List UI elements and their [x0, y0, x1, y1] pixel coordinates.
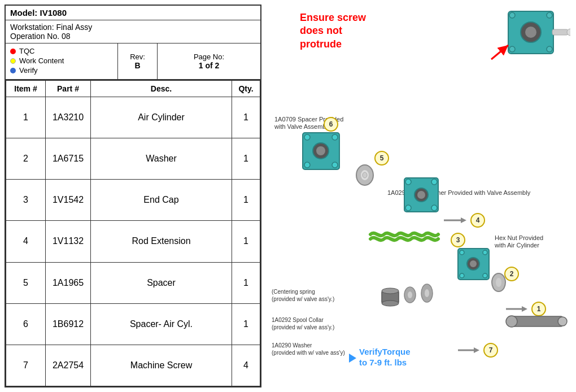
cell-qty: 4 [232, 345, 260, 386]
rev-label: Rev: [130, 53, 145, 61]
cell-part: 1A1965 [46, 262, 91, 303]
legend-tqc: TQC [10, 47, 113, 55]
cell-desc: Machine Screw [91, 345, 232, 386]
cell-part: 1A6715 [46, 138, 91, 180]
cell-qty: 1 [232, 138, 260, 180]
svg-text:with Valve Assembly: with Valve Assembly [274, 123, 331, 130]
svg-point-23 [304, 134, 310, 140]
cell-desc: Washer [91, 138, 232, 180]
svg-text:4: 4 [476, 216, 480, 224]
svg-text:2: 2 [510, 270, 514, 278]
legend-workcontent: Work Content [10, 56, 113, 65]
svg-text:to 7-9 ft. lbs: to 7-9 ft. lbs [359, 358, 407, 367]
header-section: Model: IV1080 Workstation: Final Assy Op… [6, 6, 260, 80]
cell-item: 3 [6, 180, 46, 221]
col-header-item: Item # [6, 81, 46, 97]
svg-point-76 [382, 300, 399, 306]
svg-text:with Air Cylinder: with Air Cylinder [494, 242, 539, 249]
cell-qty: 1 [232, 262, 260, 303]
model-label: Model: IV1080 [10, 8, 67, 18]
svg-point-6 [525, 27, 536, 38]
svg-point-75 [382, 288, 399, 294]
svg-point-66 [558, 317, 567, 326]
svg-point-4 [547, 46, 552, 52]
svg-text:Hex Nut Provided: Hex Nut Provided [495, 234, 543, 241]
svg-point-3 [509, 46, 515, 52]
page-section: Page No: 1 of 2 [158, 43, 260, 79]
svg-point-25 [304, 162, 310, 168]
table-row: 31V1542End Cap1 [6, 180, 260, 221]
svg-text:(Centering spring: (Centering spring [272, 289, 315, 295]
svg-text:1A0290 Washer: 1A0290 Washer [272, 342, 312, 349]
svg-point-51 [483, 273, 487, 278]
legend-section: TQC Work Content Verify [6, 43, 118, 79]
diagram-area: 1A0709 Spacer Provided with Valve Assemb… [269, 90, 573, 386]
svg-point-78 [408, 291, 412, 298]
right-panel: Ensure screwdoes notprotrude [266, 0, 576, 392]
cell-item: 1 [6, 97, 46, 138]
cell-desc: Spacer [91, 262, 232, 303]
table-row: 11A3210Air Cylinder1 [6, 97, 260, 138]
page-value: 1 of 2 [199, 61, 220, 70]
svg-text:(provided with w/ valve ass'y): (provided with w/ valve ass'y) [272, 350, 345, 356]
svg-point-28 [316, 146, 325, 155]
svg-rect-64 [512, 316, 562, 326]
svg-point-33 [363, 172, 367, 178]
svg-text:1A0292 Spool Collar: 1A0292 Spool Collar [272, 317, 324, 323]
svg-point-38 [431, 179, 437, 185]
legend-rev-row: TQC Work Content Verify Rev: B Page No: … [6, 43, 260, 80]
table-row: 41V1132Rod Extension1 [6, 221, 260, 262]
cell-part: 1V1132 [46, 221, 91, 262]
svg-point-26 [332, 162, 338, 168]
cell-item: 5 [6, 262, 46, 303]
table-row: 51A1965Spacer1 [6, 262, 260, 303]
cell-qty: 1 [232, 97, 260, 138]
table-row: 72A2754Machine Screw4 [6, 345, 260, 386]
left-panel: Model: IV1080 Workstation: Final Assy Op… [5, 5, 261, 387]
screw-note: Ensure screwdoes notprotrude [300, 11, 366, 51]
cell-part: 1A3210 [46, 97, 91, 138]
cell-qty: 1 [232, 221, 260, 262]
svg-text:6: 6 [329, 120, 333, 128]
svg-text:1: 1 [537, 305, 541, 313]
assembly-image [457, 6, 570, 85]
cell-desc: Rod Extension [91, 221, 232, 262]
svg-point-80 [425, 289, 429, 297]
svg-point-65 [506, 316, 517, 327]
operation-label: Operation No. 08 [10, 32, 71, 41]
svg-point-39 [405, 205, 411, 211]
svg-text:7: 7 [489, 346, 493, 354]
cell-part: 1V1542 [46, 180, 91, 221]
workcontent-dot [10, 58, 16, 64]
svg-point-1 [509, 12, 515, 18]
svg-point-42 [417, 191, 425, 199]
cell-part: 1B6912 [46, 303, 91, 345]
cell-qty: 1 [232, 303, 260, 345]
svg-text:(provided w/ valve ass'y.): (provided w/ valve ass'y.) [272, 324, 334, 330]
verify-dot [10, 68, 16, 73]
svg-point-40 [431, 205, 437, 211]
svg-point-57 [496, 278, 501, 287]
table-row: 21A6715Washer1 [6, 138, 260, 180]
svg-point-24 [332, 134, 338, 140]
cell-desc: Spacer- Air Cyl. [91, 303, 232, 345]
col-header-part: Part # [46, 81, 91, 97]
svg-point-50 [460, 273, 464, 278]
verify-label: Verify [19, 66, 38, 75]
cell-item: 6 [6, 303, 46, 345]
svg-text:(provided w/ valve ass'y.): (provided w/ valve ass'y.) [272, 296, 334, 302]
workcontent-label: Work Content [19, 56, 64, 65]
svg-line-9 [491, 45, 508, 59]
cell-desc: Air Cylinder [91, 97, 232, 138]
cell-item: 2 [6, 138, 46, 180]
page-label: Page No: [194, 53, 224, 61]
svg-rect-7 [552, 29, 568, 35]
cell-item: 7 [6, 345, 46, 386]
svg-point-49 [483, 250, 487, 255]
svg-point-53 [470, 260, 477, 267]
svg-text:VerifyTorque: VerifyTorque [359, 347, 411, 356]
svg-text:3: 3 [456, 236, 460, 244]
cell-qty: 1 [232, 180, 260, 221]
parts-table: Item # Part # Desc. Qty. 11A3210Air Cyli… [6, 80, 260, 386]
svg-point-48 [460, 250, 464, 255]
